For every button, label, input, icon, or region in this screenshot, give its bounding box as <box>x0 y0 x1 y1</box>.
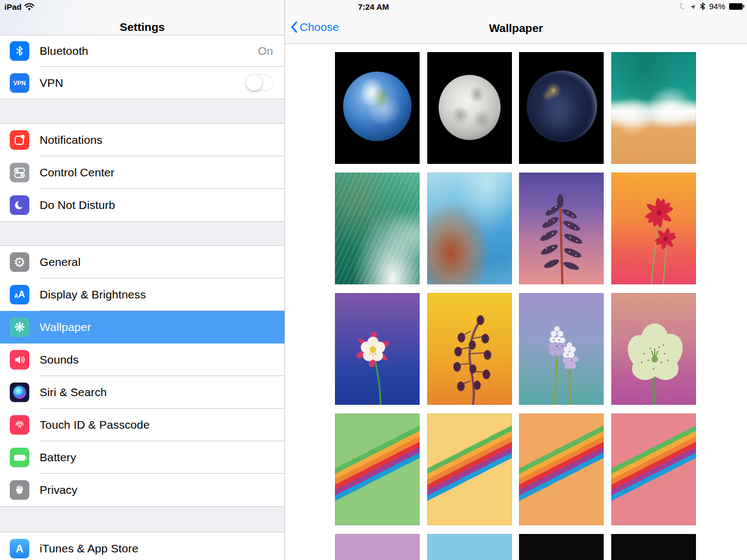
status-time: 7:24 AM <box>0 2 747 11</box>
sidebar-item-do-not-disturb[interactable]: Do Not Disturb <box>0 189 284 221</box>
sidebar-item-label: Notifications <box>40 133 103 147</box>
sidebar-group-notifications: Notifications Control Center Do Not Dist… <box>0 123 284 222</box>
status-bar: iPad 7:24 AM ☾ ➤ 94% <box>0 0 747 14</box>
sidebar-item-sounds[interactable]: Sounds <box>0 343 284 376</box>
sidebar-item-itunes-app-store[interactable]: A iTunes & App Store <box>0 532 284 560</box>
wallpaper-thumb-gloriosa-red-orange[interactable] <box>611 173 696 284</box>
wallpaper-thumb-retro-stripes-yellow[interactable] <box>427 413 512 525</box>
sidebar-group-main: ⚙ General AA Display & Brightness ❋ Wall… <box>0 245 284 507</box>
do-not-disturb-icon <box>10 195 29 215</box>
sidebar-item-label: Sounds <box>40 353 79 366</box>
wallpaper-thumb-columbine-purple-blue[interactable] <box>335 293 420 405</box>
wallpaper-thumb-moon[interactable] <box>427 52 512 164</box>
wallpaper-thumb-retro-stripes-orange[interactable] <box>519 413 604 525</box>
wallpaper-thumb-ios10-green-wave[interactable] <box>335 173 420 284</box>
status-right: ☾ ➤ 94% <box>679 2 743 11</box>
sidebar-item-label: Control Center <box>40 166 115 179</box>
notifications-icon <box>10 130 29 150</box>
battery-percent: 94% <box>709 2 725 11</box>
do-not-disturb-moon-icon: ☾ <box>678 1 688 12</box>
sidebar-item-notifications[interactable]: Notifications <box>0 124 284 156</box>
wallpaper-icon: ❋ <box>10 317 29 337</box>
sidebar-item-privacy[interactable]: Privacy <box>0 474 284 506</box>
sidebar-item-control-center[interactable]: Control Center <box>0 156 284 189</box>
wallpaper-thumb-muscari-purple-teal[interactable] <box>519 293 604 405</box>
wallpaper-thumb-ios11-beach[interactable] <box>611 52 696 164</box>
sidebar-item-label: Bluetooth <box>40 44 88 58</box>
sidebar-item-wallpaper[interactable]: ❋ Wallpaper <box>0 311 284 343</box>
display-brightness-icon: AA <box>10 285 29 304</box>
sidebar-item-general[interactable]: ⚙ General <box>0 246 284 278</box>
sidebar-item-label: Siri & Search <box>40 386 107 399</box>
bluetooth-status-icon <box>700 2 705 10</box>
wallpaper-grid <box>335 52 696 560</box>
sidebar-item-label: Do Not Disturb <box>40 199 115 212</box>
sidebar-item-touch-id[interactable]: Touch ID & Passcode <box>0 409 284 441</box>
sidebar-item-display-brightness[interactable]: AA Display & Brightness <box>0 278 284 311</box>
wallpaper-thumb-solid-light-blue[interactable] <box>427 534 512 560</box>
wallpaper-thumb-fritillaria-yellow-orange[interactable] <box>427 293 512 405</box>
sidebar-item-bluetooth[interactable]: Bluetooth On <box>0 35 284 67</box>
sidebar-item-label: Touch ID & Passcode <box>40 418 150 431</box>
bluetooth-icon <box>10 41 29 61</box>
wallpaper-thumb-earth-day[interactable] <box>335 52 420 164</box>
app-store-icon: A <box>10 539 29 558</box>
wallpaper-thumb-retro-stripes-green[interactable] <box>335 413 420 525</box>
settings-title: Settings <box>0 21 284 34</box>
page-title: Wallpaper <box>285 22 747 35</box>
sidebar-item-label: Display & Brightness <box>40 288 146 301</box>
wallpaper-thumb-retro-stripes-pink[interactable] <box>611 413 696 525</box>
wallpaper-thumb-earth-night[interactable] <box>519 52 604 164</box>
sidebar-item-label: VPN <box>40 77 63 90</box>
toggle-knob <box>246 74 262 91</box>
siri-icon <box>10 383 29 402</box>
sidebar-item-battery[interactable]: Battery <box>0 441 284 474</box>
wallpaper-thumb-aechmea-plant-pink[interactable] <box>519 173 604 284</box>
general-gear-icon: ⚙ <box>10 252 29 272</box>
location-icon: ➤ <box>688 2 698 11</box>
vpn-icon: VPN <box>10 73 29 93</box>
battery-icon <box>10 448 29 467</box>
sidebar-item-vpn[interactable]: VPN VPN <box>0 67 284 99</box>
battery-icon <box>729 3 743 10</box>
vpn-toggle[interactable] <box>246 74 274 91</box>
sidebar-item-siri-search[interactable]: Siri & Search <box>0 376 284 409</box>
sidebar-item-label: Privacy <box>40 483 78 497</box>
wallpaper-thumb-hellebore-pink-magenta[interactable] <box>611 293 696 405</box>
control-center-icon <box>10 163 29 182</box>
sidebar-item-label: Battery <box>40 451 76 464</box>
wallpaper-thumb-solid-black-2[interactable] <box>611 534 696 560</box>
wallpaper-thumb-solid-lilac[interactable] <box>335 534 420 560</box>
privacy-hand-icon <box>10 480 29 500</box>
touch-id-icon <box>10 415 29 435</box>
sidebar-group-store: A iTunes & App Store <box>0 532 284 560</box>
sounds-icon <box>10 350 29 370</box>
sidebar-item-label: General <box>40 256 80 269</box>
sidebar-group-radios: Bluetooth On VPN VPN <box>0 35 284 99</box>
wallpaper-pane: Choose Wallpaper <box>285 0 747 560</box>
wallpaper-thumb-solid-black-1[interactable] <box>519 534 604 560</box>
wallpaper-thumb-ios9-blue-ripple[interactable] <box>427 173 512 284</box>
sidebar-item-label: iTunes & App Store <box>40 542 138 555</box>
settings-sidebar: Settings Bluetooth On VPN VPN Notificati… <box>0 0 285 560</box>
bluetooth-status-value: On <box>258 44 273 58</box>
sidebar-item-label: Wallpaper <box>40 321 91 334</box>
